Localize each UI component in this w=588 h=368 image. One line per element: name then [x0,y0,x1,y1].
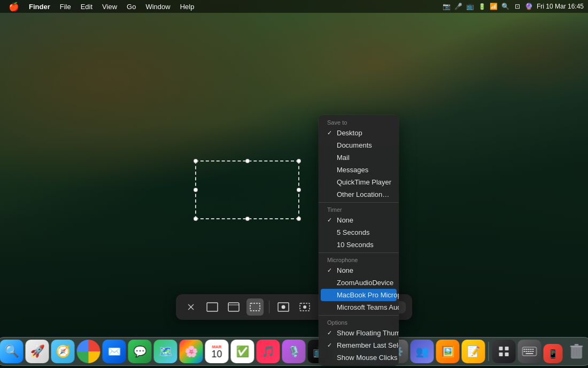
menu-mic-none[interactable]: ✓ None [319,264,399,277]
menu-messages[interactable]: Messages [319,164,399,176]
menubar-right: 📷 🎤 📺 🔋 📶 🔍 ⊡ 🔮 Fri 10 Mar 16:45 [443,2,584,11]
dock-app-grid[interactable] [492,340,516,363]
menu-teams-audio[interactable]: Microsoft Teams Audio [319,301,399,313]
window-capture-button[interactable] [225,298,242,316]
menu-macbook-mic[interactable]: MacBook Pro Microphone [321,289,397,301]
menu-documents[interactable]: Documents [319,139,399,151]
handle-mid-left[interactable] [194,188,198,192]
handle-top-left[interactable] [194,159,198,163]
menubar-file[interactable]: File [56,2,75,12]
menu-remember-selection[interactable]: ✓ Remember Last Selection [319,339,399,351]
menu-show-mouse[interactable]: Show Mouse Clicks [319,351,399,364]
menubar-edit[interactable]: Edit [76,2,97,12]
record-full-button[interactable] [275,298,292,316]
sep-1 [319,202,399,203]
check-remember: ✓ [327,342,334,349]
dock-app-safari[interactable]: 🧭 [51,340,75,363]
svg-rect-13 [505,352,509,356]
svg-rect-2 [207,303,218,311]
dock-app-reminders[interactable]: ✅ [231,340,254,363]
svg-rect-27 [570,346,583,347]
menubar-window[interactable]: Window [141,2,174,12]
dock-app-podcasts[interactable]: 🎙️ [282,340,306,363]
svg-point-9 [303,305,306,309]
menubar-help[interactable]: Help [176,2,199,12]
svg-rect-10 [499,347,503,350]
check-floating: ✓ [327,329,334,336]
datetime-display: Fri 10 Mar 16:45 [537,3,584,10]
svg-rect-11 [505,347,509,350]
timer-header: Timer [319,204,399,214]
handle-bot-left[interactable] [194,217,198,221]
menubar-finder[interactable]: Finder [25,2,55,12]
dock-app-music[interactable]: 🎵 [257,340,280,363]
dock-app-mail[interactable]: ✉️ [103,340,126,363]
menu-zoom-audio[interactable]: ZoomAudioDevice [319,277,399,289]
control-center-icon[interactable]: ⊡ [513,2,522,11]
window-icon [228,302,239,312]
check-timer-none: ✓ [327,217,334,224]
camera-icon[interactable]: 📷 [443,2,451,11]
sep-2 [319,252,399,253]
svg-rect-3 [228,303,239,311]
menubar-go[interactable]: Go [122,2,140,12]
dock-app-photos[interactable]: 🌸 [180,340,203,363]
grid-icon [498,346,510,357]
close-button[interactable] [182,298,199,316]
dock-app-maps[interactable]: 🗺️ [154,340,177,363]
dock-app-keyboard[interactable] [518,340,541,363]
menu-mail[interactable]: Mail [319,151,399,164]
screen-share-icon[interactable]: 📺 [466,2,475,11]
dock-app-finder[interactable]: 🔍 [0,340,24,363]
full-screen-capture-button[interactable] [204,298,221,316]
svg-point-7 [282,305,285,309]
battery-icon: 🔋 [478,2,486,11]
menu-other-location[interactable]: Other Location… [319,188,399,201]
sep-3 [319,315,399,316]
svg-rect-15 [524,349,525,350]
toolbar-divider-1 [269,301,269,313]
check-mic-none: ✓ [327,267,334,274]
handle-mid-right[interactable] [297,188,301,192]
record-selection-button[interactable] [296,298,313,316]
full-screen-icon [206,302,218,312]
menu-desktop[interactable]: ✓ Desktop [319,127,399,139]
dock-app-small[interactable]: 📱 [544,344,563,363]
apple-menu[interactable]: 🍎 [4,2,24,12]
dock-app-messages[interactable]: 💬 [128,340,152,363]
handle-top-mid[interactable] [245,159,250,163]
handle-top-right[interactable] [297,159,301,163]
siri-icon[interactable]: 🔮 [525,2,533,11]
dock-app-notes[interactable]: 📝 [462,340,485,363]
menu-show-floating[interactable]: ✓ Show Floating Thumbnail [319,327,399,339]
svg-rect-16 [526,349,528,350]
svg-rect-19 [532,349,534,350]
menu-5seconds[interactable]: 5 Seconds [319,226,399,239]
save-to-header: Save to [319,117,399,127]
dock-app-launchpad[interactable]: 🚀 [26,340,49,363]
svg-rect-12 [499,352,503,356]
menu-10seconds[interactable]: 10 Seconds [319,239,399,251]
wifi-icon[interactable]: 📶 [490,2,498,11]
dock-app-calendar[interactable]: MAR 10 [205,340,229,363]
selection-capture-button[interactable] [246,298,264,316]
keyboard-icon [522,347,537,356]
svg-rect-17 [528,349,530,350]
handle-bot-mid[interactable] [245,217,250,221]
options-header: Options [319,317,399,327]
dock-app-preview[interactable]: 🖼️ [436,340,460,363]
dock-app-trash[interactable] [565,340,589,363]
handle-bot-right[interactable] [297,217,301,221]
dock-app-chrome[interactable] [77,340,100,363]
context-menu: Save to ✓ Desktop Documents Mail Message… [319,115,399,366]
record-selection-icon [299,302,311,312]
menu-quicktime[interactable]: QuickTime Player [319,176,399,188]
trash-icon [569,342,585,361]
dock-app-teams[interactable]: 👥 [411,340,434,363]
menubar-view[interactable]: View [98,2,121,12]
menu-timer-none[interactable]: ✓ None [319,214,399,226]
svg-rect-22 [528,351,530,352]
spotlight-icon[interactable]: 🔍 [501,2,510,11]
mic-off-icon[interactable]: 🎤 [454,2,463,11]
selection-rectangle [195,160,299,219]
